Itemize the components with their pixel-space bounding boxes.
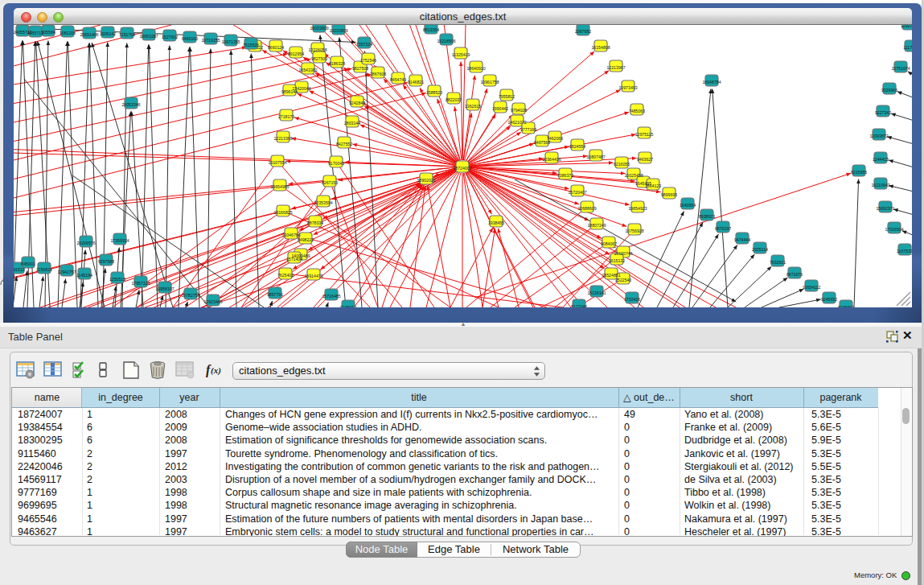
- svg-text:1292727: 1292727: [901, 25, 912, 28]
- svg-text:1117403: 1117403: [903, 45, 912, 50]
